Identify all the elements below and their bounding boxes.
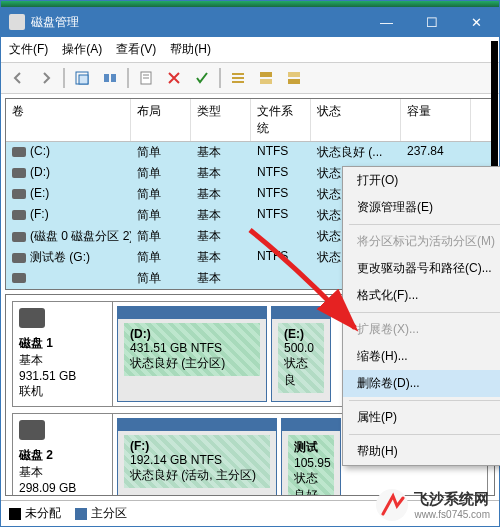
refresh-icon[interactable]	[71, 67, 93, 89]
app-icon	[9, 14, 25, 30]
disk-2-name: 磁盘 2	[19, 448, 53, 462]
disk-icon	[19, 420, 45, 440]
svg-rect-2	[104, 74, 109, 82]
header-volume[interactable]: 卷	[6, 99, 131, 141]
context-menu: 打开(O) 资源管理器(E) 将分区标记为活动分区(M) 更改驱动器号和路径(C…	[342, 166, 500, 466]
disk-icon	[19, 308, 45, 328]
disk-2-status: 联机	[19, 495, 106, 496]
disk-2-size: 298.09 GB	[19, 481, 106, 495]
table-header: 卷 布局 类型 文件系统 状态 容量	[6, 99, 494, 142]
ctx-format[interactable]: 格式化(F)...	[343, 282, 500, 309]
ctx-open[interactable]: 打开(O)	[343, 167, 500, 194]
legend-primary: 主分区	[91, 506, 127, 520]
minimize-button[interactable]: —	[364, 7, 409, 37]
ctx-separator	[349, 312, 500, 313]
back-icon[interactable]	[7, 67, 29, 89]
header-type[interactable]: 类型	[191, 99, 251, 141]
svg-rect-1	[79, 75, 88, 84]
disk-2-type: 基本	[19, 464, 106, 481]
partition-d-label: (D:)	[130, 327, 151, 341]
ctx-properties[interactable]: 属性(P)	[343, 404, 500, 431]
properties-icon[interactable]	[135, 67, 157, 89]
header-capacity[interactable]: 容量	[401, 99, 471, 141]
partition-d-status: 状态良好 (主分区)	[130, 356, 225, 370]
svg-rect-12	[288, 72, 300, 77]
disk-1-name: 磁盘 1	[19, 336, 53, 350]
partition-f[interactable]: (F:) 192.14 GB NTFS 状态良好 (活动, 主分区)	[117, 418, 277, 496]
header-status[interactable]: 状态	[311, 99, 401, 141]
ctx-separator	[349, 434, 500, 435]
menu-action[interactable]: 操作(A)	[62, 41, 102, 58]
separator	[127, 68, 129, 88]
ctx-delete-volume[interactable]: 删除卷(D)...	[343, 370, 500, 397]
disk-1-info[interactable]: 磁盘 1 基本 931.51 GB 联机	[13, 302, 113, 406]
ctx-mark-active: 将分区标记为活动分区(M)	[343, 228, 500, 255]
maximize-button[interactable]: ☐	[409, 7, 454, 37]
ctx-help[interactable]: 帮助(H)	[343, 438, 500, 465]
disk-2-info[interactable]: 磁盘 2 基本 298.09 GB 联机	[13, 414, 113, 496]
partition-e-status: 状态良	[284, 356, 308, 387]
header-fs[interactable]: 文件系统	[251, 99, 311, 141]
svg-rect-3	[111, 74, 116, 82]
separator	[219, 68, 221, 88]
list-icon[interactable]	[227, 67, 249, 89]
ctx-change-letter[interactable]: 更改驱动器号和路径(C)...	[343, 255, 500, 282]
view-icon[interactable]	[99, 67, 121, 89]
window-title: 磁盘管理	[31, 14, 364, 31]
partition-d[interactable]: (D:) 431.51 GB NTFS 状态良好 (主分区)	[117, 306, 267, 402]
toolbar	[1, 63, 499, 94]
header-layout[interactable]: 布局	[131, 99, 191, 141]
partition-f-status: 状态良好 (活动, 主分区)	[130, 468, 256, 482]
partition-g-size: 105.95	[294, 456, 331, 470]
menu-file[interactable]: 文件(F)	[9, 41, 48, 58]
menu-view[interactable]: 查看(V)	[116, 41, 156, 58]
forward-icon[interactable]	[35, 67, 57, 89]
ctx-separator	[349, 224, 500, 225]
separator	[63, 68, 65, 88]
watermark-logo-icon	[376, 489, 408, 521]
ctx-shrink[interactable]: 缩卷(H)...	[343, 343, 500, 370]
ctx-extend: 扩展卷(X)...	[343, 316, 500, 343]
partition-f-label: (F:)	[130, 439, 149, 453]
tile-top-icon[interactable]	[255, 67, 277, 89]
disk-1-size: 931.51 GB	[19, 369, 106, 383]
check-icon[interactable]	[191, 67, 213, 89]
disk-1-status: 联机	[19, 383, 106, 400]
legend-primary-swatch	[75, 508, 87, 520]
menu-help[interactable]: 帮助(H)	[170, 41, 211, 58]
svg-rect-9	[232, 81, 244, 83]
watermark-name: 飞沙系统网	[414, 490, 489, 507]
partition-g[interactable]: 测试 105.95 状态良好 (主分区)	[281, 418, 341, 496]
partition-g-status: 状态良好 (主分区)	[294, 471, 322, 496]
svg-rect-7	[232, 73, 244, 75]
ctx-explorer[interactable]: 资源管理器(E)	[343, 194, 500, 221]
close-button[interactable]: ✕	[454, 7, 499, 37]
svg-rect-13	[288, 79, 300, 84]
table-row[interactable]: (C:)简单基本NTFS状态良好 (...237.84	[6, 142, 494, 163]
disk-1-type: 基本	[19, 352, 106, 369]
svg-rect-11	[260, 79, 272, 84]
partition-d-size: 431.51 GB NTFS	[130, 341, 222, 355]
svg-rect-10	[260, 72, 272, 77]
partition-f-size: 192.14 GB NTFS	[130, 453, 222, 467]
tile-bottom-icon[interactable]	[283, 67, 305, 89]
legend-unalloc: 未分配	[25, 506, 61, 520]
svg-rect-8	[232, 77, 244, 79]
partition-e-size: 500.0	[284, 341, 314, 355]
titlebar: 磁盘管理 — ☐ ✕	[1, 7, 499, 37]
partition-e[interactable]: (E:) 500.0 状态良	[271, 306, 331, 402]
partition-e-label: (E:)	[284, 327, 304, 341]
watermark: 飞沙系统网 www.fs0745.com	[376, 489, 490, 521]
menubar: 文件(F) 操作(A) 查看(V) 帮助(H)	[1, 37, 499, 63]
partition-g-label: 测试	[294, 440, 318, 454]
delete-icon[interactable]	[163, 67, 185, 89]
legend-unalloc-swatch	[9, 508, 21, 520]
watermark-url: www.fs0745.com	[414, 509, 490, 520]
ctx-separator	[349, 400, 500, 401]
